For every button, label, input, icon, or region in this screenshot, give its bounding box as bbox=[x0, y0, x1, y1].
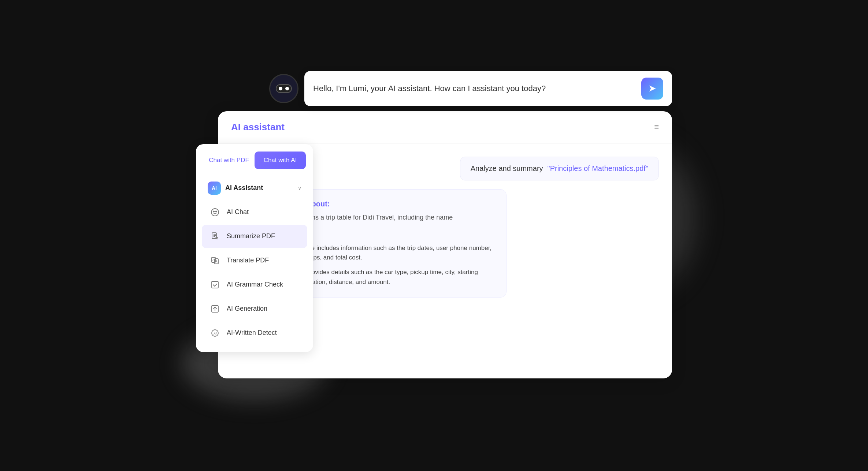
lumi-avatar-top bbox=[269, 74, 298, 103]
sidebar-item-ai-chat[interactable]: AI Chat bbox=[202, 201, 307, 224]
lumi-eye-left bbox=[279, 87, 282, 90]
panel-header: AI assistant ≡ bbox=[218, 111, 672, 143]
svg-rect-3 bbox=[212, 233, 216, 239]
sidebar-section-header[interactable]: AI AI Assistant ∨ bbox=[202, 176, 307, 200]
analyze-file: "Principles of Mathematics.pdf" bbox=[548, 164, 648, 173]
grammar-check-label: AI Grammar Check bbox=[227, 281, 283, 288]
ai-written-detect-label: AI-Written Detect bbox=[227, 329, 277, 337]
svg-text:A: A bbox=[215, 259, 218, 263]
svg-point-2 bbox=[216, 211, 217, 212]
translate-pdf-icon: A A bbox=[209, 255, 221, 266]
sidebar-avatar: AI bbox=[208, 182, 221, 195]
tab-chat-pdf[interactable]: Chat with PDF bbox=[203, 152, 255, 169]
send-button-top[interactable]: ➤ bbox=[641, 78, 663, 100]
svg-rect-8 bbox=[212, 281, 218, 288]
top-input-area: Hello, I'm Lumi, your AI assistant. How … bbox=[304, 71, 672, 106]
sidebar-item-translate-pdf[interactable]: A A Translate PDF bbox=[202, 249, 307, 272]
svg-point-0 bbox=[211, 209, 219, 216]
top-chat-bar: Hello, I'm Lumi, your AI assistant. How … bbox=[269, 71, 672, 106]
top-input-text: Hello, I'm Lumi, your AI assistant. How … bbox=[313, 84, 635, 93]
svg-text:AI: AI bbox=[213, 332, 217, 335]
translate-pdf-label: Translate PDF bbox=[227, 257, 269, 264]
menu-icon[interactable]: ≡ bbox=[654, 122, 659, 132]
sidebar-panel: Chat with PDF Chat with AI AI AI Assista… bbox=[196, 144, 313, 352]
lumi-icon-top bbox=[276, 84, 292, 93]
sidebar-item-ai-written-detect[interactable]: AI AI-Written Detect bbox=[202, 321, 307, 345]
sidebar-item-grammar-check[interactable]: AI Grammar Check bbox=[202, 273, 307, 296]
svg-point-1 bbox=[214, 211, 215, 212]
sidebar-item-summarize-pdf[interactable]: Summarize PDF bbox=[202, 225, 307, 248]
sidebar-section-label: AI Assistant bbox=[225, 184, 293, 192]
lumi-eye-right bbox=[285, 87, 289, 90]
ai-chat-icon bbox=[209, 206, 221, 218]
send-icon: ➤ bbox=[648, 83, 656, 94]
tab-bar: Chat with PDF Chat with AI bbox=[196, 144, 313, 169]
ai-written-detect-icon: AI bbox=[209, 327, 221, 339]
analyze-label: Analyze and summary bbox=[471, 164, 543, 173]
panel-title: AI assistant bbox=[231, 122, 285, 133]
grammar-check-icon bbox=[209, 279, 221, 291]
analyze-bar: Analyze and summary "Principles of Mathe… bbox=[460, 157, 659, 180]
ai-generation-icon bbox=[209, 303, 221, 315]
ai-generation-label: AI Generation bbox=[227, 305, 267, 313]
summarize-pdf-icon bbox=[209, 231, 221, 242]
summarize-pdf-label: Summarize PDF bbox=[227, 232, 275, 240]
ai-chat-label: AI Chat bbox=[227, 208, 249, 216]
sidebar-item-ai-generation[interactable]: AI Generation bbox=[202, 297, 307, 321]
sidebar-chevron-icon: ∨ bbox=[298, 185, 301, 191]
tab-chat-ai[interactable]: Chat with AI bbox=[255, 152, 306, 169]
sidebar-menu: AI AI Assistant ∨ AI Chat bbox=[196, 169, 313, 352]
